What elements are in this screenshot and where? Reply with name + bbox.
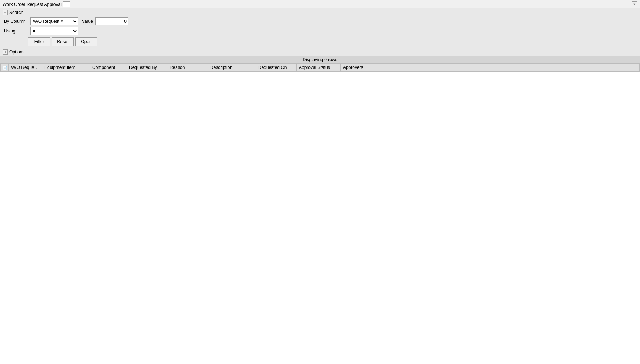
results-table: 📄 W/O Request # Equipment Item Component…	[0, 63, 640, 72]
reset-button[interactable]: Reset	[52, 37, 74, 46]
row-icon-header: 📄	[1, 64, 9, 72]
col-header-approvers: Approvers	[341, 64, 640, 72]
filter-button[interactable]: Filter	[28, 37, 50, 46]
options-section: + Options	[0, 48, 640, 56]
by-column-label: By Column	[4, 19, 28, 24]
search-header: − Search	[3, 10, 637, 15]
title-bar: Work Order Request Approval ×	[0, 0, 640, 8]
value-input[interactable]	[95, 17, 128, 25]
col-header-wio: W/O Request #	[9, 64, 42, 72]
options-expand-button[interactable]: +	[3, 49, 8, 55]
search-fields: By Column W/O Request # Equipment Item C…	[3, 17, 637, 35]
using-select[interactable]: = < > <= >= <> LIKE	[30, 27, 78, 35]
using-label: Using	[4, 28, 28, 34]
col-header-reason: Reason	[167, 64, 208, 72]
value-label: Value	[82, 19, 93, 24]
col-header-appstat: Approval Status	[297, 64, 341, 72]
col-header-desc: Description	[208, 64, 256, 72]
options-header: + Options	[3, 49, 637, 55]
window-title: Work Order Request Approval	[3, 2, 62, 7]
col-header-comp: Component	[90, 64, 127, 72]
by-column-select[interactable]: W/O Request # Equipment Item Component R…	[30, 17, 78, 25]
search-collapse-button[interactable]: −	[3, 10, 8, 15]
using-row: Using = < > <= >= <> LIKE	[4, 27, 637, 35]
col-header-reqby: Requested By	[127, 64, 167, 72]
displaying-text: Displaying 0 rows	[302, 57, 337, 62]
main-window: Work Order Request Approval × − Search B…	[0, 0, 640, 364]
title-input[interactable]	[63, 1, 70, 7]
search-title: Search	[9, 10, 23, 15]
col-header-equip: Equipment Item	[42, 64, 90, 72]
table-header-row: 📄 W/O Request # Equipment Item Component…	[1, 64, 640, 72]
displaying-row: Displaying 0 rows	[0, 56, 640, 63]
buttons-row: Filter Reset Open	[3, 37, 637, 46]
table-icon: 📄	[3, 66, 7, 70]
by-column-row: By Column W/O Request # Equipment Item C…	[4, 17, 637, 25]
col-header-reqon: Requested On	[256, 64, 297, 72]
options-title: Options	[9, 49, 24, 55]
search-section: − Search By Column W/O Request # Equipme…	[0, 8, 640, 48]
open-button[interactable]: Open	[75, 37, 97, 46]
title-bar-left: Work Order Request Approval	[3, 1, 70, 7]
close-button[interactable]: ×	[632, 1, 637, 7]
table-container[interactable]: 📄 W/O Request # Equipment Item Component…	[0, 63, 640, 364]
